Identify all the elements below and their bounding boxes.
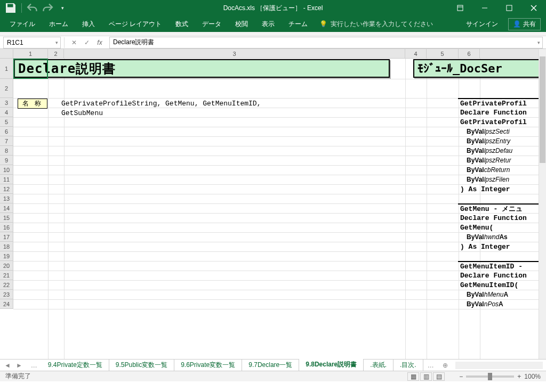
col-header[interactable]: 1 (13, 49, 48, 58)
sheet-prev-icon[interactable]: ◄ (2, 361, 13, 370)
row-header[interactable]: 10 (0, 165, 13, 175)
tab-formula[interactable]: 数式 (169, 17, 195, 32)
title-cell[interactable]: Declare説明書 (14, 59, 390, 78)
cell[interactable]: GetMenuItemID( (458, 280, 546, 290)
row-header[interactable]: 2 (0, 79, 13, 98)
row-header[interactable]: 19 (0, 251, 13, 261)
cell[interactable]: Declare Function (458, 213, 546, 223)
cell[interactable]: ByVal hMenu A (458, 290, 546, 299)
row-header[interactable]: 14 (0, 203, 13, 213)
zoom-slider[interactable] (466, 375, 514, 378)
sheet-more-right[interactable]: … (423, 360, 438, 371)
zoom-thumb[interactable] (488, 373, 492, 380)
row-header[interactable]: 5 (0, 117, 13, 127)
sheet-tab[interactable]: 9.7Declare一覧 (242, 359, 299, 371)
row-header[interactable]: 9 (0, 156, 13, 165)
cell[interactable]: ByVal lpszSecti (458, 127, 546, 136)
cell[interactable]: GetPrivateProfil (458, 98, 546, 108)
worksheet-grid[interactable]: 1 2 3 4 5 6 1 2 3 4 5 6 7 8 9 10 11 12 1… (0, 49, 546, 359)
scroll-thumb[interactable] (540, 56, 545, 163)
cell[interactable]: ByVal nPos A (458, 299, 546, 309)
cell[interactable]: ByVal lpszFilen (458, 175, 546, 184)
cell[interactable]: GetMenu - メニュ (458, 203, 546, 213)
tell-me-search[interactable]: 💡 実行したい作業を入力してください (319, 20, 433, 29)
enter-icon[interactable]: ✓ (81, 37, 93, 48)
cell[interactable]: GetSubMenu (59, 108, 400, 118)
row-header[interactable]: 1 (0, 59, 13, 79)
qat-dropdown-icon[interactable]: ▾ (56, 2, 69, 14)
tab-file[interactable]: ファイル (3, 17, 42, 32)
row-header[interactable]: 24 (0, 299, 13, 309)
page-break-icon[interactable]: ▤ (433, 372, 445, 381)
tab-data[interactable]: データ (196, 17, 228, 32)
zoom-in-button[interactable]: + (517, 373, 521, 380)
save-icon[interactable] (4, 2, 17, 14)
row-header[interactable]: 4 (0, 108, 13, 117)
tab-pagelayout[interactable]: ページ レイアウト (102, 17, 168, 32)
tab-team[interactable]: チーム (282, 17, 314, 32)
cell[interactable]: ByVal lpszEntry (458, 136, 546, 146)
cell[interactable]: Declare Function (458, 271, 546, 280)
sheet-tab[interactable]: 9.5Public変数一覧 (109, 359, 174, 371)
tab-view[interactable]: 表示 (255, 17, 281, 32)
undo-icon[interactable] (26, 2, 39, 14)
signin-link[interactable]: サインイン (466, 20, 498, 29)
zoom-level[interactable]: 100% (524, 373, 541, 380)
row-header[interactable]: 3 (0, 98, 13, 108)
row-header[interactable]: 6 (0, 127, 13, 136)
sheet-tab[interactable]: .目次. (394, 359, 423, 371)
sheet-tab[interactable]: .表紙. (364, 359, 394, 371)
cell[interactable]: GetMenuItemID - (458, 261, 546, 271)
name-box[interactable]: R1C1 (3, 37, 61, 48)
formula-input[interactable]: Declare説明書 (109, 37, 543, 48)
row-header[interactable]: 23 (0, 290, 13, 299)
vertical-scrollbar[interactable] (539, 49, 546, 359)
cell[interactable]: GetPrivateProfil (458, 117, 546, 127)
sheet-next-icon[interactable]: ► (14, 361, 25, 370)
sheet-tab-active[interactable]: 9.8Declare説明書 (299, 358, 364, 372)
fx-icon[interactable]: fx (93, 37, 106, 48)
ribbon-display-icon[interactable] (448, 0, 472, 16)
minimize-button[interactable] (472, 0, 497, 16)
row-header[interactable]: 15 (0, 213, 13, 223)
add-sheet-button[interactable]: ⊕ (438, 360, 452, 371)
cell[interactable]: GetMenu( (458, 223, 546, 232)
cell[interactable]: ByVal hwnd As (458, 232, 546, 242)
row-header[interactable]: 22 (0, 280, 13, 290)
tab-insert[interactable]: 挿入 (76, 17, 101, 32)
col-header[interactable]: 5 (427, 49, 459, 58)
sheet-more-left[interactable]: … (27, 360, 42, 371)
tab-home[interactable]: ホーム (43, 17, 75, 32)
cell[interactable]: ) As Integer (458, 242, 546, 251)
row-header[interactable]: 17 (0, 232, 13, 242)
row-header[interactable]: 12 (0, 184, 13, 194)
close-button[interactable] (521, 0, 546, 16)
row-header[interactable]: 7 (0, 136, 13, 146)
row-header[interactable]: 8 (0, 146, 13, 156)
share-button[interactable]: 👤 共有 (508, 18, 541, 30)
row-header[interactable]: 11 (0, 175, 13, 184)
cell[interactable]: GetPrivateProfileString, GetMenu, GetMen… (59, 99, 400, 108)
col-header[interactable]: 4 (405, 49, 427, 58)
row-header[interactable]: 16 (0, 223, 13, 232)
col-header[interactable]: 3 (64, 49, 405, 58)
select-all-corner[interactable] (0, 49, 13, 58)
maximize-button[interactable] (497, 0, 521, 16)
horizontal-scrollbar[interactable] (455, 362, 543, 369)
zoom-out-button[interactable]: − (459, 373, 463, 380)
row-header[interactable]: 20 (0, 261, 13, 271)
col-header[interactable]: 2 (48, 49, 64, 58)
row-header[interactable]: 18 (0, 242, 13, 251)
redo-icon[interactable] (41, 2, 54, 14)
page-layout-icon[interactable]: ▥ (420, 372, 432, 381)
sheet-tab[interactable]: 9.4Private定数一覧 (42, 359, 109, 371)
row-header[interactable]: 13 (0, 194, 13, 203)
cells-area[interactable]: Declare説明書 ﾓｼﾞｭｰﾙ_DocSer 名 称 GetPrivateP… (13, 59, 546, 359)
normal-view-icon[interactable]: ▦ (407, 372, 419, 381)
cell[interactable]: ByVal lpszDefau (458, 146, 546, 156)
sheet-tab[interactable]: 9.6Private変数一覧 (174, 359, 242, 371)
row-header[interactable]: 21 (0, 271, 13, 280)
tab-review[interactable]: 校閲 (229, 17, 254, 32)
cell[interactable]: Declare Function (458, 108, 546, 117)
name-label-cell[interactable]: 名 称 (18, 99, 47, 109)
